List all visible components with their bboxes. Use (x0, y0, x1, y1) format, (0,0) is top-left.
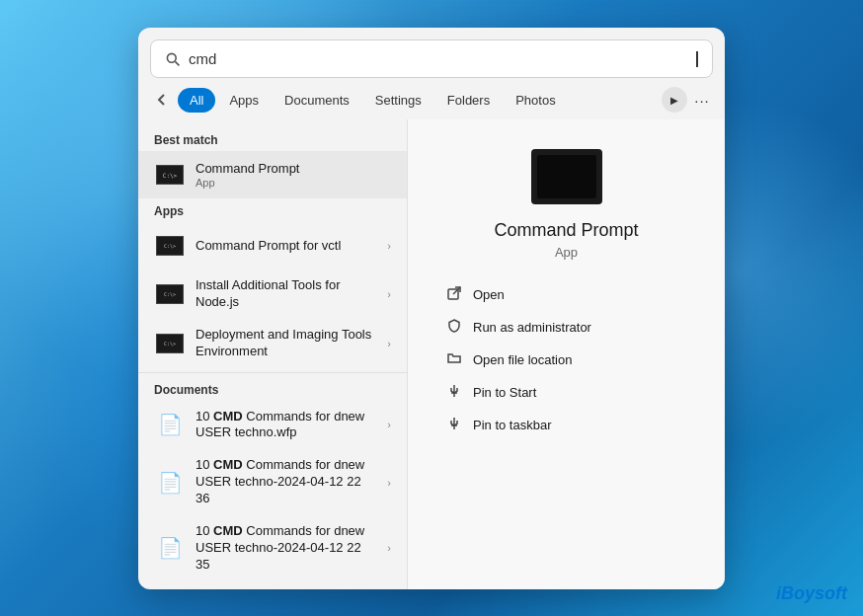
best-match-title: Command Prompt (196, 161, 391, 178)
doc-item-1[interactable]: 📄 10 CMD Commands for dnew USER techno.w… (138, 401, 407, 450)
app-icon-2: C:\> (154, 278, 186, 310)
watermark: iBoysoft (776, 583, 847, 604)
best-match-item[interactable]: C:\> Command Prompt App (138, 151, 407, 198)
divider-1 (138, 372, 407, 373)
action-admin-label: Run as administrator (473, 320, 591, 335)
open-icon (445, 286, 463, 303)
action-run-admin[interactable]: Run as administrator (437, 312, 695, 343)
search-input[interactable]: cmd (189, 50, 687, 67)
filter-tabs: All Apps Documents Settings Folders Phot… (138, 78, 725, 119)
doc-arrow-2: › (387, 477, 391, 489)
app-item-2-text: Install Additional Tools for Node.js (196, 277, 377, 311)
best-match-subtitle: App (196, 177, 391, 189)
search-window: cmd All Apps Documents Settings Folders … (138, 28, 725, 589)
arrow-icon-3: › (387, 338, 391, 349)
play-button[interactable]: ▶ (662, 87, 687, 113)
tab-photos[interactable]: Photos (504, 88, 567, 113)
pin-taskbar-icon (445, 417, 463, 433)
pin-start-icon (445, 384, 463, 401)
action-list: Open Run as administrator (428, 279, 705, 440)
left-panel: Best match C:\> Command Prompt App Apps … (138, 119, 407, 589)
app-name-large: Command Prompt (494, 220, 638, 241)
doc-icon-2: 📄 (154, 467, 186, 499)
search-icon (165, 51, 181, 67)
app-item-1-title: Command Prompt for vctl (196, 238, 377, 255)
app-type-large: App (555, 245, 578, 260)
doc-icon-3: 📄 (154, 532, 186, 564)
right-panel: Command Prompt App Open (407, 119, 725, 589)
action-pin-start[interactable]: Pin to Start (437, 377, 695, 408)
doc-item-1-title: 10 CMD Commands for dnew USER techno.wfp (196, 409, 377, 442)
action-pin-taskbar[interactable]: Pin to taskbar (437, 410, 695, 440)
search-bar: cmd (150, 39, 713, 78)
action-open-label: Open (473, 287, 505, 302)
action-file-location[interactable]: Open file location (437, 345, 695, 375)
content-area: Best match C:\> Command Prompt App Apps … (138, 119, 725, 589)
app-item-2-title: Install Additional Tools for Node.js (196, 277, 377, 311)
action-open[interactable]: Open (437, 279, 695, 310)
action-file-label: Open file location (473, 352, 572, 367)
admin-icon (445, 319, 463, 336)
cursor (696, 51, 698, 67)
tab-folders[interactable]: Folders (435, 88, 502, 113)
best-match-text: Command Prompt App (196, 161, 391, 190)
app-item-3-title: Deployment and Imaging Tools Environment (196, 327, 377, 360)
app-item-1[interactable]: C:\> Command Prompt for vctl › (138, 222, 407, 270)
more-button[interactable]: ··· (689, 87, 715, 113)
doc-item-1-text: 10 CMD Commands for dnew USER techno.wfp (196, 409, 377, 442)
cmd-app-icon: C:\> (154, 159, 186, 191)
watermark-boysoft: Boysoft (781, 583, 847, 603)
doc-item-2-title: 10 CMD Commands for dnew USER techno-202… (196, 457, 377, 507)
app-icon-large (531, 149, 602, 204)
svg-line-3 (453, 287, 460, 294)
tab-apps[interactable]: Apps (217, 88, 271, 113)
svg-point-0 (167, 53, 176, 62)
doc-item-2[interactable]: 📄 10 CMD Commands for dnew USER techno-2… (138, 449, 407, 515)
app-item-2[interactable]: C:\> Install Additional Tools for Node.j… (138, 270, 407, 319)
app-icon-1: C:\> (154, 230, 186, 262)
doc-icon-1: 📄 (154, 409, 186, 440)
doc-arrow-3: › (387, 542, 391, 554)
tab-documents[interactable]: Documents (273, 88, 361, 113)
app-item-3[interactable]: C:\> Deployment and Imaging Tools Enviro… (138, 319, 407, 368)
tab-all[interactable]: All (178, 88, 215, 113)
doc-item-3-title: 10 CMD Commands for dnew USER techno-202… (196, 523, 377, 574)
folder-icon (445, 351, 463, 368)
docs-label: Documents (138, 377, 407, 401)
doc-item-3[interactable]: 📄 10 CMD Commands for dnew USER techno-2… (138, 515, 407, 581)
tab-settings[interactable]: Settings (363, 88, 433, 113)
app-item-1-text: Command Prompt for vctl (196, 238, 377, 255)
app-item-3-text: Deployment and Imaging Tools Environment (196, 327, 377, 360)
app-icon-3: C:\> (154, 328, 186, 359)
back-button[interactable] (148, 86, 176, 114)
doc-item-3-text: 10 CMD Commands for dnew USER techno-202… (196, 523, 377, 574)
arrow-icon-1: › (387, 240, 391, 252)
arrow-icon-2: › (387, 288, 391, 300)
action-pin-start-label: Pin to Start (473, 385, 536, 400)
doc-item-2-text: 10 CMD Commands for dnew USER techno-202… (196, 457, 377, 507)
action-pin-taskbar-label: Pin to taskbar (473, 418, 552, 432)
doc-arrow-1: › (387, 419, 391, 430)
svg-line-1 (175, 61, 179, 65)
best-match-label: Best match (138, 127, 407, 151)
apps-label: Apps (138, 198, 407, 222)
